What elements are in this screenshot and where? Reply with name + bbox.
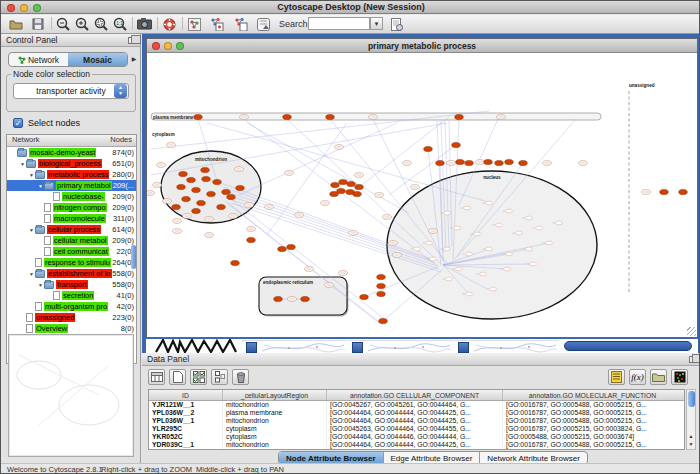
- tree-scrollbar[interactable]: [131, 245, 136, 269]
- tree-row[interactable]: cell communicat22(0): [7, 246, 136, 257]
- window-title: Cytoscape Desktop (New Session): [1, 1, 700, 14]
- minimized-network-glyph[interactable]: [154, 339, 242, 353]
- minimized-windows-strip: [146, 339, 698, 353]
- snapshot-icon[interactable]: [135, 16, 153, 32]
- table-cell: YPL036W__1: [149, 417, 223, 425]
- tab-network[interactable]: Network: [9, 53, 68, 66]
- tab-mosaic[interactable]: Mosaic: [68, 53, 127, 66]
- select-all-attributes-icon[interactable]: [190, 369, 207, 385]
- table-cell: cytoplasm: [223, 433, 327, 441]
- network-canvas[interactable]: plasma membranecytoplasmmitochondrionnuc…: [147, 53, 697, 338]
- tree-col-nodes[interactable]: Nodes: [110, 135, 132, 144]
- table-scrollbar[interactable]: ▲ ▼: [686, 389, 696, 450]
- help-icon[interactable]: [160, 16, 178, 32]
- tree-row[interactable]: response to stimulu264(0): [7, 257, 136, 268]
- tree-row[interactable]: nucleobase-209(0): [7, 191, 136, 202]
- search-dropdown-button[interactable]: ▼: [370, 17, 383, 30]
- tree-row[interactable]: Overview8(0): [7, 323, 136, 334]
- scroll-down-icon[interactable]: ▼: [687, 440, 695, 448]
- unselect-all-attributes-icon[interactable]: [211, 369, 228, 385]
- tree-col-network[interactable]: Network: [12, 135, 40, 144]
- network-overview-icon[interactable]: [185, 16, 203, 32]
- tree-row[interactable]: nitrogen compo209(0): [7, 202, 136, 213]
- save-session-icon[interactable]: [29, 16, 47, 32]
- col-cellular-component[interactable]: annotation.GO CELLULAR_COMPONENT: [327, 390, 503, 400]
- file-icon: [53, 192, 60, 201]
- frame-icon: [352, 342, 363, 353]
- zoom-fit-icon[interactable]: 1:1: [111, 16, 129, 32]
- col-region[interactable]: _cellularLayoutRegion: [223, 390, 327, 400]
- select-stepper-icon[interactable]: ▲▼: [114, 84, 127, 98]
- delete-attribute-icon[interactable]: [232, 369, 249, 385]
- table-row[interactable]: YLR295Ccytoplasm[GO:0045263, GO:0044464,…: [149, 425, 684, 433]
- expand-arrow-icon[interactable]: ▼: [19, 161, 26, 167]
- create-attribute-icon[interactable]: [169, 369, 186, 385]
- file-icon: [44, 203, 51, 212]
- network-frame-titlebar[interactable]: primary metabolic process: [147, 39, 697, 53]
- zoom-out-icon[interactable]: [54, 16, 72, 32]
- tree-row[interactable]: ▼primary metabol209(...: [7, 180, 136, 191]
- tree-row[interactable]: ▼transport558(0): [7, 279, 136, 290]
- tree-row-nodes-count: 311(0): [113, 214, 136, 223]
- tree-row-label: transport: [56, 280, 88, 289]
- expand-arrow-icon[interactable]: ▼: [37, 183, 44, 189]
- desktop-scrollbar-thumb[interactable]: [564, 341, 692, 351]
- birdseye-view-panel[interactable]: [8, 334, 134, 457]
- minimized-network-window[interactable]: [242, 340, 347, 353]
- tree-row[interactable]: ▼biological_process651(0): [7, 158, 136, 169]
- tree-row[interactable]: macromolecule311(0): [7, 213, 136, 224]
- table-row[interactable]: YKR052Ccytoplasm[GO:0044464, GO:0044446,…: [149, 433, 684, 441]
- expand-arrow-icon[interactable]: ▼: [37, 282, 44, 288]
- import-attributes-icon[interactable]: [650, 369, 667, 385]
- destroy-view-icon[interactable]: [231, 16, 249, 32]
- tree-row[interactable]: secretion41(0): [7, 290, 136, 301]
- tree-row[interactable]: ▼metabolic process280(0): [7, 169, 136, 180]
- table-row[interactable]: YPL036W__2plasma membrane[GO:0044464, GO…: [149, 409, 684, 417]
- heatmap-icon[interactable]: [671, 369, 688, 385]
- tree-row-label: cellular process: [47, 225, 101, 234]
- search-input[interactable]: [308, 17, 370, 30]
- select-attributes-icon[interactable]: [148, 369, 165, 385]
- expand-arrow-icon[interactable]: ▼: [28, 271, 35, 277]
- attribute-table[interactable]: ID _cellularLayoutRegion annotation.GO C…: [148, 389, 685, 450]
- search-config-icon[interactable]: [388, 16, 406, 32]
- vizmapper-icon[interactable]: [254, 16, 272, 32]
- frame-resize-grip[interactable]: [687, 327, 696, 336]
- zoom-in-icon[interactable]: [73, 16, 91, 32]
- tab-overflow-button[interactable]: ▶: [130, 52, 138, 67]
- tree-row[interactable]: multi-organism pro42(0): [7, 301, 136, 312]
- minimized-network-window[interactable]: [348, 340, 453, 353]
- select-nodes-checkbox[interactable]: ✓: [13, 118, 23, 128]
- control-panel-title: Control Panel: [6, 35, 58, 45]
- float-data-panel-icon[interactable]: [689, 356, 697, 363]
- scroll-up-icon[interactable]: ▲: [687, 432, 695, 440]
- node-color-attribute-select[interactable]: transporter activity: [13, 83, 129, 99]
- table-row[interactable]: YJR121W__1mitochondrion[GO:0045267, GO:0…: [149, 401, 684, 409]
- tree-row[interactable]: mosaic-demo-yeast874(0): [7, 147, 136, 158]
- create-view-icon[interactable]: [207, 16, 225, 32]
- expand-arrow-icon[interactable]: ▼: [28, 227, 35, 233]
- float-panel-icon[interactable]: [128, 37, 136, 44]
- function-builder-icon[interactable]: f(x): [629, 369, 646, 385]
- col-id[interactable]: ID: [149, 390, 223, 400]
- expand-arrow-icon[interactable]: ▼: [28, 172, 35, 178]
- tree-row[interactable]: ▼cellular process614(0): [7, 224, 136, 235]
- open-file-icon[interactable]: [7, 16, 25, 32]
- tree-row-label: nucleobase-: [62, 192, 105, 201]
- network-preview: [365, 341, 453, 354]
- attribute-list-icon[interactable]: [608, 369, 625, 385]
- tree-row[interactable]: unassigned223(0): [7, 312, 136, 323]
- data-panel-title: Data Panel: [147, 354, 189, 364]
- table-scrollbar-thumb[interactable]: [688, 391, 695, 407]
- data-panel: Data Panel f(x) ID _cellularLayoutRegion…: [142, 353, 700, 463]
- tree-row[interactable]: cellular metabol209(0): [7, 235, 136, 246]
- mdi-desktop: primary metabolic process plasma membran…: [142, 34, 700, 353]
- minimized-network-window[interactable]: [454, 340, 559, 353]
- table-row[interactable]: YPL036W__1mitochondrion[GO:0044464, GO:0…: [149, 417, 684, 425]
- table-row[interactable]: YDR039C__1mitochondrion[GO:0044464, GO:0…: [149, 441, 684, 449]
- frame-icon: [246, 342, 257, 353]
- col-molecular-function[interactable]: annotation.GO MOLECULAR_FUNCTION: [503, 390, 682, 400]
- table-cell: [GO:0016787, GO:0005215, GO:0003824, G..…: [503, 425, 682, 433]
- zoom-selected-icon[interactable]: [92, 16, 110, 32]
- tree-row[interactable]: ▼establishment of lo558(0): [7, 268, 136, 279]
